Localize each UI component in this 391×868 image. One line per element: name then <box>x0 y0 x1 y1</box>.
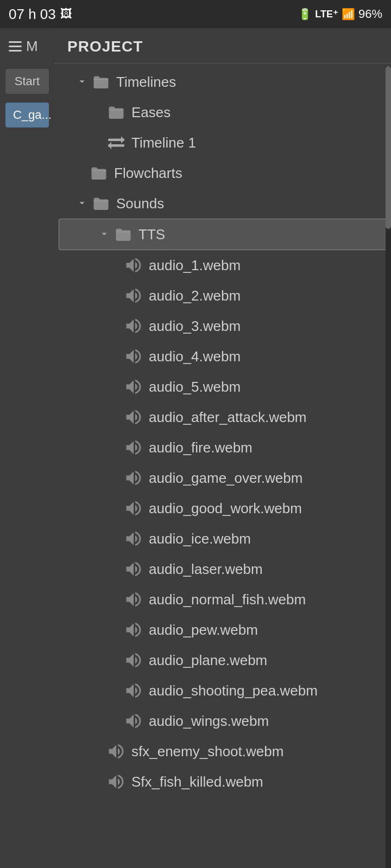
tree-item-flowcharts[interactable]: Flowcharts <box>54 158 391 188</box>
status-left: 07 h 03 🖼 <box>9 6 72 23</box>
tree-item-label: audio_wings.webm <box>149 713 269 730</box>
tree-item-sfx_enemy_shoot[interactable]: sfx_enemy_shoot.webm <box>54 736 391 767</box>
status-time: 07 h 03 <box>9 6 56 23</box>
start-button[interactable]: Start <box>5 69 49 94</box>
cgame-button[interactable]: C_ga... <box>5 103 49 127</box>
tree-item-sfx_fish_killed[interactable]: Sfx_fish_killed.webm <box>54 767 391 797</box>
folder-icon <box>106 103 126 122</box>
audio-icon <box>124 650 143 670</box>
tree-item-label: audio_game_over.webm <box>149 470 302 487</box>
audio-icon <box>124 499 143 518</box>
tree-item-audio_after_attack[interactable]: audio_after_attack.webm <box>54 402 391 432</box>
tree-item-label: sfx_enemy_shoot.webm <box>131 743 283 760</box>
project-tree: Timelines Eases Timeline 1 Flowcharts So… <box>54 63 391 833</box>
tree-item-label: audio_laser.webm <box>149 561 263 578</box>
tree-item-label: TTS <box>138 226 165 243</box>
chevron-down-icon <box>76 75 89 88</box>
tree-item-audio_laser[interactable]: audio_laser.webm <box>54 554 391 584</box>
tree-item-audio1[interactable]: audio_1.webm <box>54 250 391 280</box>
project-panel: PROJECT Timelines Eases Timeline 1 Flowc… <box>54 28 391 868</box>
tree-item-audio2[interactable]: audio_2.webm <box>54 280 391 311</box>
menu-label: M <box>26 38 38 55</box>
audio-icon <box>124 347 143 366</box>
tree-item-timelines[interactable]: Timelines <box>54 67 391 97</box>
tree-item-audio_game_over[interactable]: audio_game_over.webm <box>54 463 391 493</box>
signal-icon: 📶 <box>342 8 355 21</box>
tree-item-tts[interactable]: TTS <box>59 219 387 250</box>
tree-item-label: Flowcharts <box>114 165 182 182</box>
tree-item-label: Eases <box>131 104 171 121</box>
chevron-down-icon <box>98 228 111 241</box>
tree-item-label: audio_2.webm <box>149 288 241 304</box>
scrollbar-thumb[interactable] <box>386 66 391 229</box>
audio-icon <box>124 438 143 457</box>
audio-icon <box>124 681 143 700</box>
tree-item-audio_good_work[interactable]: audio_good_work.webm <box>54 493 391 524</box>
tree-item-timeline1[interactable]: Timeline 1 <box>54 127 391 158</box>
tree-item-audio4[interactable]: audio_4.webm <box>54 341 391 372</box>
project-title: PROJECT <box>67 38 143 55</box>
tree-item-label: audio_pew.webm <box>149 622 258 639</box>
tree-item-label: Sfx_fish_killed.webm <box>131 774 263 790</box>
hamburger-icon <box>9 41 22 52</box>
audio-icon <box>124 620 143 640</box>
battery-icon: 🔋 <box>298 8 312 21</box>
tree-item-audio_pew[interactable]: audio_pew.webm <box>54 615 391 645</box>
tree-item-label: audio_ice.webm <box>149 531 251 547</box>
svg-marker-2 <box>121 136 124 144</box>
menu-button[interactable]: M <box>0 28 54 65</box>
tree-item-sounds[interactable]: Sounds <box>54 188 391 219</box>
tree-item-label: audio_3.webm <box>149 318 241 335</box>
tree-item-label: audio_plane.webm <box>149 652 267 669</box>
audio-icon <box>106 742 126 761</box>
audio-icon <box>124 468 143 488</box>
tree-item-audio3[interactable]: audio_3.webm <box>54 311 391 341</box>
audio-icon <box>124 377 143 397</box>
tree-item-eases[interactable]: Eases <box>54 97 391 127</box>
scrollbar[interactable] <box>386 66 391 868</box>
project-header: PROJECT <box>54 28 391 63</box>
chevron-down-icon <box>76 197 89 210</box>
tree-item-label: Sounds <box>116 195 164 212</box>
tree-item-label: Timeline 1 <box>131 135 196 151</box>
audio-icon <box>124 256 143 275</box>
left-sidebar: M Start C_ga... <box>0 28 54 868</box>
folder-icon <box>113 225 133 244</box>
status-bar: 07 h 03 🖼 🔋 LTE⁺ 📶 96% <box>0 0 391 28</box>
tree-item-audio_plane[interactable]: audio_plane.webm <box>54 645 391 675</box>
tree-item-label: audio_shooting_pea.webm <box>149 682 318 699</box>
audio-icon <box>124 590 143 609</box>
tree-item-audio_shooting_pea[interactable]: audio_shooting_pea.webm <box>54 675 391 706</box>
audio-icon <box>106 772 126 792</box>
image-icon: 🖼 <box>60 7 72 21</box>
status-right: 🔋 LTE⁺ 📶 96% <box>298 7 382 21</box>
tree-item-label: Timelines <box>116 74 176 91</box>
folder-icon <box>89 163 109 183</box>
timeline-icon <box>106 133 126 152</box>
tree-item-audio5[interactable]: audio_5.webm <box>54 372 391 402</box>
audio-icon <box>124 316 143 336</box>
audio-icon <box>124 559 143 579</box>
audio-icon <box>124 529 143 548</box>
tree-item-audio_fire[interactable]: audio_fire.webm <box>54 432 391 463</box>
tree-item-label: audio_fire.webm <box>149 439 253 456</box>
folder-icon <box>91 72 111 92</box>
tree-item-audio_wings[interactable]: audio_wings.webm <box>54 706 391 736</box>
svg-marker-3 <box>108 142 111 150</box>
audio-icon <box>124 711 143 731</box>
tree-item-audio_normal_fish[interactable]: audio_normal_fish.webm <box>54 584 391 615</box>
audio-icon <box>124 286 143 305</box>
folder-icon <box>91 194 111 213</box>
tree-item-label: audio_good_work.webm <box>149 500 302 517</box>
tree-item-label: audio_5.webm <box>149 379 241 395</box>
tree-item-label: audio_1.webm <box>149 257 241 274</box>
audio-icon <box>124 407 143 427</box>
tree-item-label: audio_after_attack.webm <box>149 409 307 426</box>
tree-item-label: audio_normal_fish.webm <box>149 591 306 608</box>
tree-item-label: audio_4.webm <box>149 348 241 365</box>
tree-item-audio_ice[interactable]: audio_ice.webm <box>54 524 391 554</box>
lte-icon: LTE⁺ <box>315 8 338 20</box>
battery-percent: 96% <box>358 7 382 21</box>
